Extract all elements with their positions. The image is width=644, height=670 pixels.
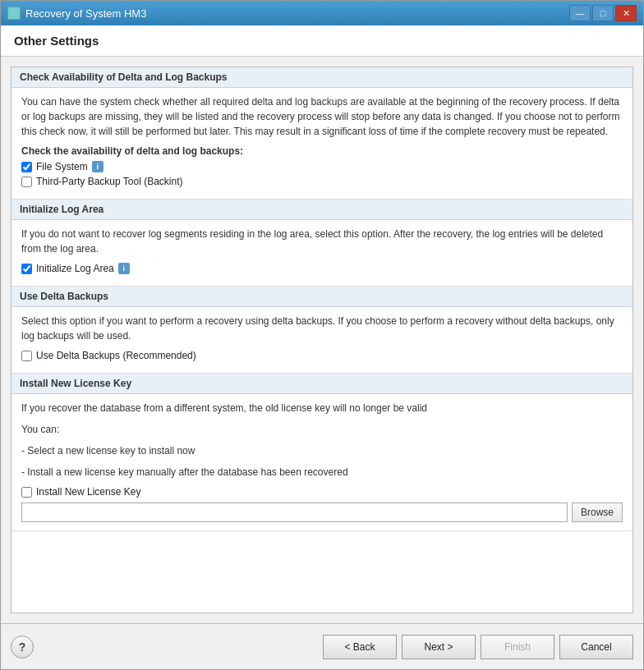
maximize-button[interactable]: □ xyxy=(592,5,614,21)
help-button[interactable]: ? xyxy=(11,636,34,659)
license-label[interactable]: Install New License Key xyxy=(36,486,140,498)
section-init-log: Initialize Log Area If you do not want t… xyxy=(12,200,632,287)
init-log-description: If you do not want to recover log segmen… xyxy=(21,227,623,256)
section-delta-backups: Use Delta Backups Select this option if … xyxy=(12,287,632,374)
license-checkbox[interactable] xyxy=(21,487,32,498)
initlog-label[interactable]: Initialize Log Area xyxy=(36,263,114,274)
content-area: Check Availability of Delta and Log Back… xyxy=(1,57,643,623)
thirdparty-label[interactable]: Third-Party Backup Tool (Backint) xyxy=(36,176,183,187)
title-bar: Recovery of System HM3 — □ ✕ xyxy=(1,1,643,25)
page-title: Other Settings xyxy=(14,34,630,48)
minimize-button[interactable]: — xyxy=(569,5,591,21)
filesystem-checkbox-row: File System i xyxy=(21,161,623,172)
delta-log-check-label: Check the availability of delta and log … xyxy=(21,145,623,157)
license-line-3: - Select a new license key to install no… xyxy=(21,443,623,458)
filesystem-checkbox[interactable] xyxy=(21,162,32,172)
footer-left: ? xyxy=(11,636,34,659)
initlog-checkbox[interactable] xyxy=(21,264,32,274)
close-button[interactable]: ✕ xyxy=(615,5,637,21)
usedelta-checkbox[interactable] xyxy=(21,351,32,361)
filesystem-info-icon[interactable]: i xyxy=(92,161,104,172)
title-controls: — □ ✕ xyxy=(569,5,637,21)
license-checkbox-row: Install New License Key xyxy=(21,486,623,498)
section-body-init-log: If you do not want to recover log segmen… xyxy=(12,220,632,286)
usedelta-label[interactable]: Use Delta Backups (Recommended) xyxy=(36,350,196,361)
filesystem-label[interactable]: File System xyxy=(36,161,88,172)
license-line-1: If you recover the database from a diffe… xyxy=(21,401,623,415)
next-button[interactable]: Next > xyxy=(402,635,476,659)
window-title: Recovery of System HM3 xyxy=(25,7,146,20)
initlog-checkbox-row: Initialize Log Area i xyxy=(21,263,623,274)
license-line-4: - Install a new license key manually aft… xyxy=(21,465,623,480)
scroll-panel[interactable]: Check Availability of Delta and Log Back… xyxy=(11,67,633,613)
finish-button[interactable]: Finish xyxy=(481,635,554,659)
browse-button[interactable]: Browse xyxy=(572,502,623,522)
section-delta-log: Check Availability of Delta and Log Back… xyxy=(12,67,632,200)
delta-log-description: You can have the system check whether al… xyxy=(21,94,623,139)
thirdparty-checkbox-row: Third-Party Backup Tool (Backint) xyxy=(21,176,623,187)
section-header-license-key: Install New License Key xyxy=(12,374,632,394)
back-button[interactable]: < Back xyxy=(323,635,397,659)
app-icon xyxy=(7,7,21,20)
license-line-2: You can: xyxy=(21,422,623,437)
license-key-input[interactable] xyxy=(21,502,568,522)
section-body-delta-log: You can have the system check whether al… xyxy=(12,88,632,199)
section-body-license-key: If you recover the database from a diffe… xyxy=(12,394,632,530)
cancel-button[interactable]: Cancel xyxy=(559,635,633,659)
section-body-delta-backups: Select this option if you want to perfor… xyxy=(12,307,632,373)
thirdparty-checkbox[interactable] xyxy=(21,177,32,187)
section-license-key: Install New License Key If you recover t… xyxy=(12,374,632,531)
page-header: Other Settings xyxy=(1,25,643,57)
main-window: Recovery of System HM3 — □ ✕ Other Setti… xyxy=(0,0,644,670)
title-bar-left: Recovery of System HM3 xyxy=(7,7,146,20)
usedelta-checkbox-row: Use Delta Backups (Recommended) xyxy=(21,350,623,361)
section-header-init-log: Initialize Log Area xyxy=(12,200,632,220)
section-header-delta-log: Check Availability of Delta and Log Back… xyxy=(12,67,632,88)
section-header-delta-backups: Use Delta Backups xyxy=(12,287,632,307)
delta-backups-description: Select this option if you want to perfor… xyxy=(21,314,623,343)
license-input-row: Browse xyxy=(21,502,623,522)
initlog-info-icon[interactable]: i xyxy=(118,263,130,274)
footer: ? < Back Next > Finish Cancel xyxy=(1,623,643,669)
footer-buttons: < Back Next > Finish Cancel xyxy=(323,635,633,659)
